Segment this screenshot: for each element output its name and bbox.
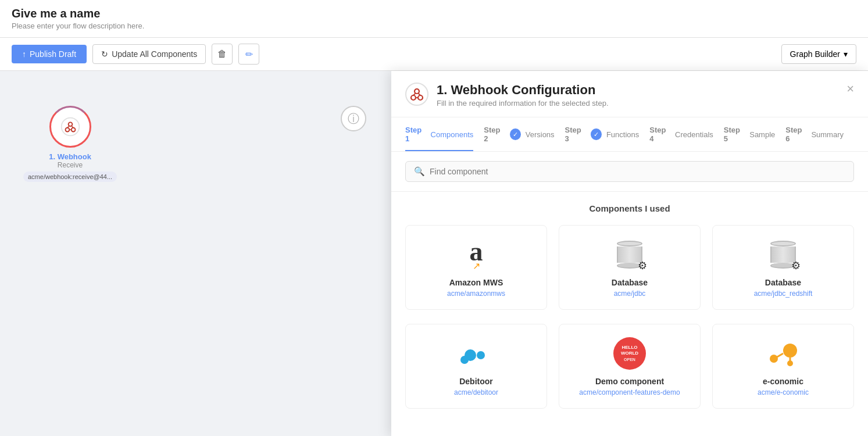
component-path: acme/jdbc_redshift [754,290,813,298]
svg-point-8 [411,95,416,100]
svg-line-4 [67,126,69,127]
app-title: Give me a name [12,7,856,20]
toolbar: ↑ Publish Draft ↻ Update All Components … [0,38,868,71]
svg-point-9 [418,95,423,100]
pencil-icon: ✏ [245,49,253,60]
component-name: Debitoor [459,377,493,386]
component-card-economic[interactable]: e-conomic acme/e-conomic [712,324,854,409]
database-logo-2: ⚙ [766,237,801,272]
debitoor-logo [459,336,494,371]
component-card-database-1[interactable]: ⚙ Database acme/jdbc [559,225,701,310]
economic-logo [766,336,801,371]
app-subtitle: Please enter your flow description here. [12,22,856,30]
svg-point-21 [787,360,793,366]
component-path: acme/debitoor [454,388,498,396]
components-content: Components I used a ↗ Amazon MWS acme/am… [391,192,868,436]
component-name: Database [612,278,648,287]
svg-point-0 [61,118,79,136]
node-circle [49,106,91,148]
steps-bar: Step 1 Components Step 2 ✓ Versions Step… [391,117,868,152]
top-bar: Give me a name Please enter your flow de… [0,0,868,38]
amazon-mws-logo: a ↗ [459,237,494,272]
graph-builder-button[interactable]: Graph Builder ▾ [781,44,856,64]
svg-point-16 [460,356,469,364]
chevron-down-icon: ▾ [844,49,848,59]
webhook-icon [60,117,80,137]
component-card-demo[interactable]: HELLO WORLD OPEN Demo component acme/com… [559,324,701,409]
refresh-icon: ↻ [101,49,108,59]
step-1-tab[interactable]: Step 1 Components [405,117,484,151]
step-6-tab[interactable]: Step 6 Summary [785,117,854,151]
components-grid: a ↗ Amazon MWS acme/amazonmws ⚙ [405,225,854,409]
svg-point-3 [68,122,72,126]
component-path: acme/component-features-demo [579,388,680,396]
svg-point-19 [770,355,778,363]
modal-panel: 1. Webhook Configuration Fill in the req… [391,71,868,436]
search-input[interactable] [430,167,845,176]
svg-point-17 [783,344,797,358]
component-name: Database [765,278,801,287]
step-3-check: ✓ [591,128,602,140]
modal-header: 1. Webhook Configuration Fill in the req… [391,71,868,117]
component-path: acme/e-conomic [758,388,809,396]
component-card-database-2[interactable]: ⚙ Database acme/jdbc_redshift [712,225,854,310]
search-icon: 🔍 [414,166,425,177]
search-input-wrap: 🔍 [405,161,854,182]
edit-button[interactable]: ✏ [238,44,259,65]
node-tag: acme/webhook:receive@44... [23,171,117,182]
step-5-tab[interactable]: Step 5 Sample [724,117,785,151]
step-2-check: ✓ [510,128,521,140]
modal-header-icon [405,83,428,106]
trash-icon: 🗑 [217,49,227,59]
database-logo-1: ⚙ [612,237,647,272]
info-button[interactable]: ⓘ [341,106,366,131]
component-card-amazon[interactable]: a ↗ Amazon MWS acme/amazonmws [405,225,547,310]
component-path: acme/jdbc [614,290,646,298]
svg-point-1 [65,128,69,132]
component-path: acme/amazonmws [447,290,505,298]
svg-line-5 [71,126,73,127]
component-card-debitoor[interactable]: Debitoor acme/debitoor [405,324,547,409]
canvas-area: 1. Webhook Receive acme/webhook:receive@… [0,71,390,436]
search-bar: 🔍 [391,152,868,192]
modal-subtitle: Fill in the required information for the… [437,99,609,108]
node-sublabel: Receive [58,161,83,169]
svg-point-15 [477,351,485,359]
step-4-tab[interactable]: Step 4 Credentials [649,117,724,151]
info-icon: ⓘ [348,111,359,127]
main-area: 1. Webhook Receive acme/webhook:receive@… [0,71,868,436]
modal-close-button[interactable]: × [846,83,854,95]
hello-world-icon: HELLO WORLD OPEN [613,337,646,370]
svg-point-2 [71,128,75,132]
webhook-node[interactable]: 1. Webhook Receive acme/webhook:receive@… [23,106,117,182]
delete-button[interactable]: 🗑 [212,44,233,65]
demo-logo: HELLO WORLD OPEN [612,336,647,371]
component-name: e-conomic [763,377,803,386]
modal-title: 1. Webhook Configuration [437,83,609,98]
publish-draft-button[interactable]: ↑ Publish Draft [12,45,87,63]
node-label: 1. Webhook [49,152,91,161]
upload-icon: ↑ [22,49,26,59]
section-title: Components I used [405,203,854,213]
update-all-button[interactable]: ↻ Update All Components [92,44,206,64]
component-name: Demo component [595,377,664,386]
step-3-tab[interactable]: Step 3 ✓ Functions [565,117,650,151]
component-name: Amazon MWS [449,278,503,287]
step-2-tab[interactable]: Step 2 ✓ Versions [484,117,565,151]
